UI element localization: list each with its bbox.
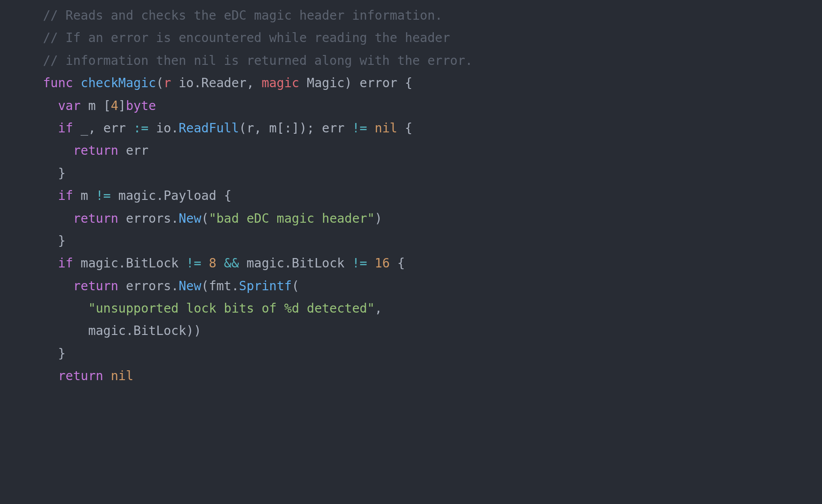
operator: !=	[352, 121, 367, 136]
keyword-if: if	[58, 256, 73, 271]
param: magic	[262, 76, 299, 90]
method: ReadFull	[178, 121, 239, 136]
identifier: err	[103, 121, 126, 136]
number: 4	[111, 98, 119, 113]
keyword-if: if	[58, 188, 73, 203]
comment-line: // Reads and checks the eDC magic header…	[43, 8, 442, 23]
keyword-func: func	[43, 76, 73, 90]
type: error	[360, 76, 397, 90]
param: r	[164, 76, 171, 90]
keyword-return: return	[73, 211, 118, 226]
identifier: m	[88, 98, 96, 113]
punct: (	[156, 76, 164, 90]
type-byte: byte	[126, 98, 156, 113]
type: Magic	[307, 76, 344, 90]
method: Sprintf	[239, 279, 292, 293]
field: BitLock	[126, 256, 178, 271]
const-nil: nil	[111, 368, 134, 383]
code-block: // Reads and checks the eDC magic header…	[0, 4, 822, 388]
type-pkg: io	[178, 76, 194, 90]
operator: &&	[224, 256, 239, 271]
keyword-return: return	[58, 368, 103, 383]
keyword-var: var	[58, 98, 81, 113]
keyword-if: if	[58, 121, 73, 136]
method: New	[178, 211, 201, 226]
number: 8	[209, 256, 216, 271]
field: Payload	[164, 188, 216, 203]
keyword-return: return	[73, 143, 118, 158]
keyword-return: return	[73, 279, 118, 293]
type: Reader	[201, 76, 246, 90]
string-literal: "unsupported lock bits of %d detected"	[88, 301, 375, 316]
function-name: checkMagic	[81, 76, 156, 90]
comment-line: // information then nil is returned alon…	[43, 53, 473, 68]
string-literal: "bad eDC magic header"	[209, 211, 375, 226]
comment-line: // If an error is encountered while read…	[43, 30, 450, 45]
number: 16	[375, 256, 390, 271]
operator: :=	[133, 121, 148, 136]
const-nil: nil	[375, 121, 398, 136]
